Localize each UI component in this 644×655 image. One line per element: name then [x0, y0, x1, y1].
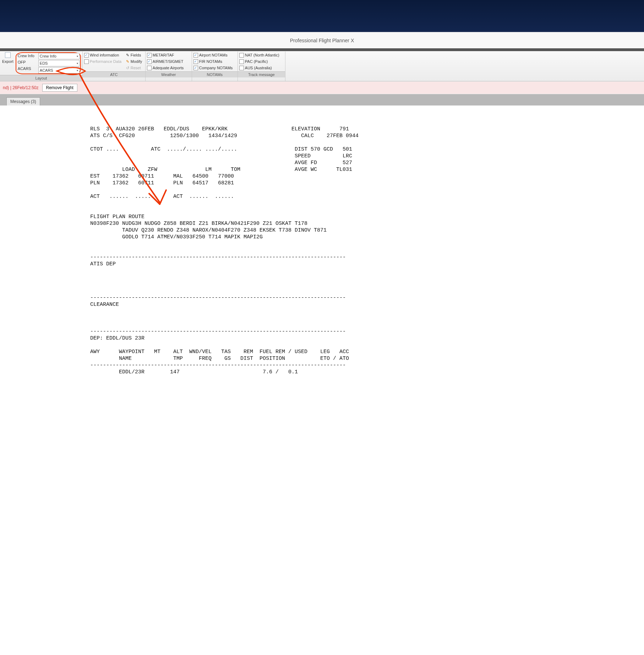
- ofp-selector-highlight: Crew Info OFP ACARS Crew Info▾ EDS▾ ACAR…: [16, 52, 81, 74]
- fir-notams-checkbox[interactable]: ✓FIR NOTAMs: [193, 59, 236, 64]
- atc-footer: ATC: [83, 71, 145, 77]
- modify-icon: ✎: [126, 59, 129, 64]
- aus-checkbox[interactable]: AUS (Australia): [239, 65, 284, 71]
- ribbon-group-weather: ✓METAR/TAF ✓AIRMET/SIGMET Adequate Airpo…: [146, 52, 192, 81]
- company-notams-checkbox[interactable]: ✓Company NOTAMs: [193, 65, 236, 71]
- remove-flight-button[interactable]: Remove Flight: [42, 84, 77, 92]
- secondary-tab-bar: Messages (3): [0, 94, 644, 105]
- adequate-checkbox[interactable]: Adequate Airports: [147, 65, 190, 71]
- track-footer: Track message: [238, 71, 285, 77]
- ribbon-group-atc: ✓Wind information Performance Data ✎Fiel…: [83, 52, 146, 81]
- ofp-document: RLS 3 AUA320 26FEB EDDL/DUS EPKK/KRK ELE…: [82, 117, 390, 384]
- ofp-combo[interactable]: EDS▾: [38, 60, 80, 66]
- wind-checkbox[interactable]: ✓Wind information: [84, 52, 123, 58]
- fields-button[interactable]: ✎Fields: [125, 52, 144, 58]
- airmet-checkbox[interactable]: ✓AIRMET/SIGMET: [147, 59, 190, 64]
- flight-status-bar: nd) | 26Feb/12:50z Remove Flight: [0, 81, 644, 94]
- app-title: Professional Flight Planner X: [290, 38, 354, 43]
- acars-label: ACARS: [17, 66, 38, 71]
- tab-messages[interactable]: Messages (3): [6, 97, 40, 105]
- weather-footer: Weather: [146, 71, 192, 77]
- window-chrome-top: [0, 0, 644, 32]
- ribbon-group-track: NAT (North Atlantic) PAC (Pacific) AUS (…: [238, 52, 285, 81]
- acars-combo[interactable]: ACARS▾: [38, 67, 80, 74]
- ribbon-top-divider: [0, 48, 644, 51]
- modify-button[interactable]: ✎Modify: [125, 59, 144, 64]
- flight-status-text: nd) | 26Feb/12:50z: [3, 85, 39, 90]
- sheet-icon: [5, 52, 11, 58]
- nat-checkbox[interactable]: NAT (North Atlantic): [239, 52, 284, 58]
- ribbon: Export Crew Info OFP ACARS Crew Info▾ ED…: [0, 51, 644, 81]
- ofp-viewport: RLS 3 AUA320 26FEB EDDL/DUS EPKK/KRK ELE…: [0, 105, 644, 384]
- ribbon-group-notams: ✓Airport NOTAMs ✓FIR NOTAMs ✓Company NOT…: [192, 52, 238, 81]
- airport-notams-checkbox[interactable]: ✓Airport NOTAMs: [193, 52, 236, 58]
- title-bar: Professional Flight Planner X: [0, 32, 644, 48]
- crewinfo-label: Crew Info: [17, 53, 38, 59]
- ofp-label: OFP: [17, 59, 38, 65]
- notams-footer: NOTAMs: [192, 71, 238, 77]
- performance-checkbox[interactable]: Performance Data: [84, 59, 123, 64]
- reset-icon: ↺: [126, 65, 129, 71]
- crewinfo-combo[interactable]: Crew Info▾: [38, 53, 80, 59]
- export-label[interactable]: Export: [1, 59, 14, 64]
- layout-footer: Layout: [0, 75, 82, 81]
- pac-checkbox[interactable]: PAC (Pacific): [239, 59, 284, 64]
- ribbon-group-layout: Export Crew Info OFP ACARS Crew Info▾ ED…: [0, 52, 83, 81]
- reset-button[interactable]: ↺Reset: [125, 65, 144, 71]
- metar-checkbox[interactable]: ✓METAR/TAF: [147, 52, 190, 58]
- fields-icon: ✎: [126, 52, 129, 58]
